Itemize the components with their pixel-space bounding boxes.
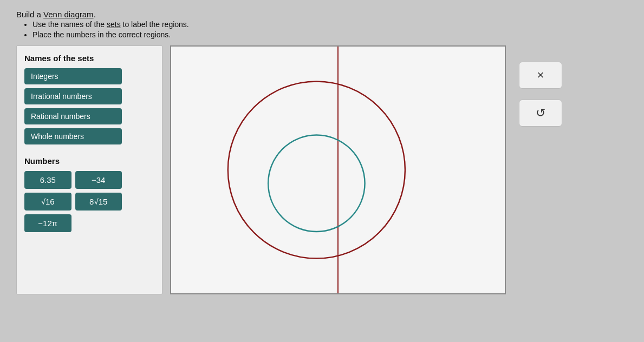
number-button-neg12pi[interactable]: −12π [24,214,71,232]
number-button-635[interactable]: 6.35 [24,171,71,189]
set-button-rational[interactable]: Rational numbers [24,108,122,124]
venn-svg [171,47,505,293]
action-panel: × ↺ [519,45,562,127]
numbers-grid: 6.35 −34 √16 8√15 −12π [24,171,122,232]
number-button-neg34[interactable]: −34 [75,171,122,189]
svg-point-2 [268,135,365,232]
number-button-8sqrt15[interactable]: 8√15 [75,193,122,211]
set-button-whole[interactable]: Whole numbers [24,128,122,144]
set-button-integers[interactable]: Integers [24,68,122,84]
bullet-1: Use the names of the sets to label the r… [32,20,628,29]
main-container: Build a Venn diagram. Use the names of t… [0,0,644,342]
close-button[interactable]: × [519,62,562,89]
number-button-sqrt16[interactable]: √16 [24,193,71,211]
reset-button[interactable]: ↺ [519,100,562,127]
instruction-main: Build a Venn diagram. [16,10,628,19]
content-area: Names of the sets Integers Irrational nu… [16,45,628,294]
numbers-section-title: Numbers [24,156,154,166]
venn-diagram-area[interactable] [170,45,506,294]
bullet-list: Use the names of the sets to label the r… [16,20,628,39]
sets-link[interactable]: sets [107,20,121,29]
instructions: Build a Venn diagram. Use the names of t… [16,10,628,39]
sets-section-title: Names of the sets [24,54,154,63]
numbers-section: Numbers 6.35 −34 √16 8√15 −12π [24,156,154,232]
set-button-irrational[interactable]: Irrational numbers [24,88,122,104]
left-panel: Names of the sets Integers Irrational nu… [16,45,162,294]
venn-diagram-link[interactable]: Venn diagram [43,10,94,19]
bullet-2: Place the numbers in the correct regions… [32,30,628,39]
